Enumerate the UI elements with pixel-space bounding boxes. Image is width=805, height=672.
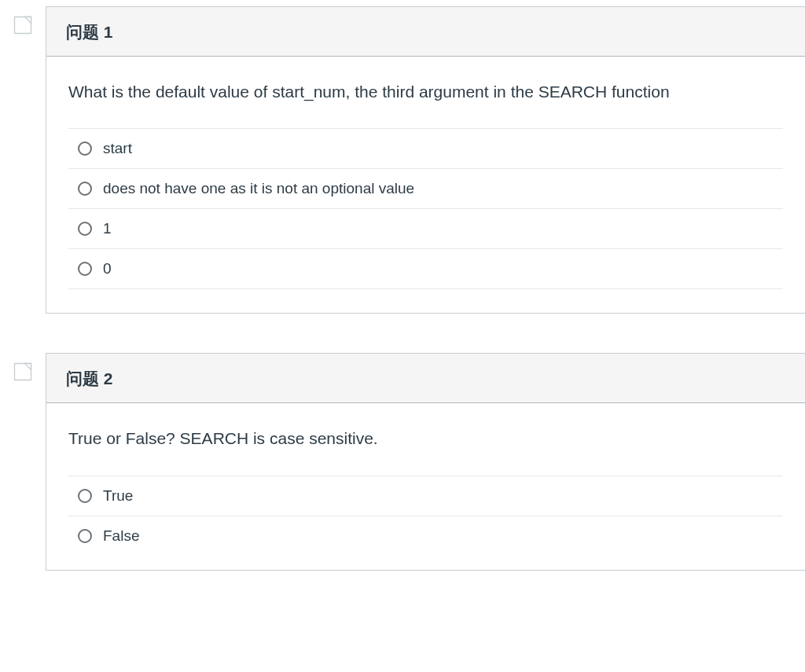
option-row[interactable]: False (68, 516, 783, 556)
radio-icon (78, 262, 92, 276)
option-row[interactable]: start (68, 128, 783, 168)
radio-icon (78, 222, 92, 236)
question-card: 问题 2 True or False? SEARCH is case sensi… (46, 353, 805, 570)
options-list: start does not have one as it is not an … (68, 128, 783, 289)
option-row[interactable]: does not have one as it is not an option… (68, 168, 783, 208)
question-card: 问题 1 What is the default value of start_… (46, 6, 805, 314)
option-row[interactable]: 0 (68, 248, 783, 289)
question-body: True or False? SEARCH is case sensitive.… (46, 403, 805, 569)
question-header: 问题 2 (46, 354, 805, 403)
question-header: 问题 1 (46, 7, 805, 57)
option-label: False (103, 527, 139, 545)
question-title: 问题 1 (66, 23, 113, 41)
question-block-2: 问题 2 True or False? SEARCH is case sensi… (12, 353, 805, 570)
option-label: 1 (103, 220, 112, 237)
expand-icon[interactable] (12, 14, 34, 36)
question-body: What is the default value of start_num, … (46, 57, 805, 313)
option-row[interactable]: True (68, 476, 783, 516)
options-list: True False (68, 476, 783, 556)
question-title: 问题 2 (66, 369, 113, 387)
question-block-1: 问题 1 What is the default value of start_… (12, 6, 805, 314)
option-label: start (103, 140, 132, 157)
option-label: 0 (103, 260, 112, 277)
radio-icon (78, 141, 92, 156)
radio-icon (78, 182, 92, 196)
expand-icon[interactable] (12, 361, 34, 383)
option-label: does not have one as it is not an option… (103, 180, 414, 197)
option-row[interactable]: 1 (68, 208, 783, 248)
radio-icon (78, 489, 92, 503)
option-label: True (103, 487, 133, 505)
radio-icon (78, 529, 92, 543)
question-prompt: True or False? SEARCH is case sensitive. (68, 427, 783, 450)
question-prompt: What is the default value of start_num, … (68, 80, 783, 103)
